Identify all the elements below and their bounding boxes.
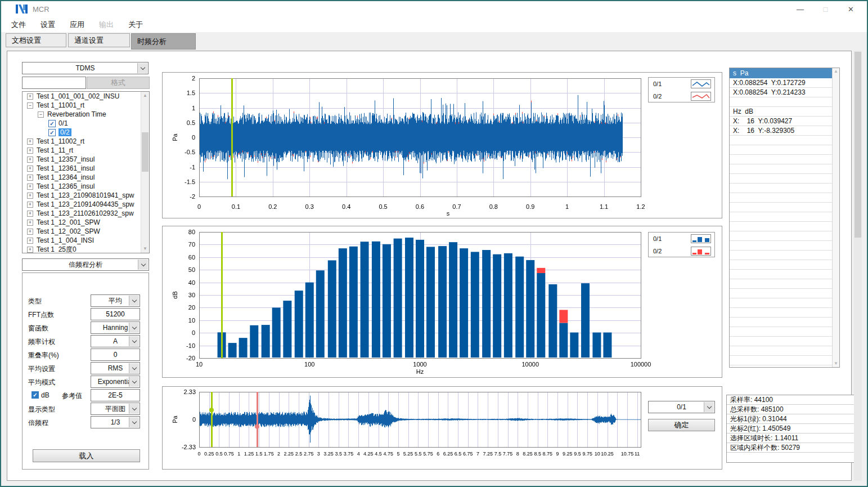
tree-item[interactable]: +Test 1_12365_insul — [23, 182, 149, 191]
chevron-down-icon[interactable] — [129, 363, 139, 373]
tree-item[interactable]: +Test 1_001_001_002_INSU — [23, 92, 149, 101]
tree-item[interactable]: −Reverberation Time — [23, 110, 149, 119]
tree-item-label: Test 1_12365_insul — [37, 182, 95, 190]
readout-empty-row — [730, 241, 833, 251]
tree-item[interactable]: +Test 1_12_002_SPW — [23, 227, 149, 236]
tree-item[interactable]: +Test 1_123_210914094435_spw — [23, 200, 149, 209]
db-checkbox[interactable]: ✓ — [32, 391, 39, 399]
analysis-type-select[interactable]: 倍频程分析 — [22, 258, 149, 271]
collapse-icon[interactable]: − — [38, 111, 44, 118]
chevron-down-icon[interactable] — [129, 296, 139, 306]
channel-checkbox[interactable]: ✓ — [48, 120, 56, 127]
average-setting-select[interactable]: RMS — [91, 362, 140, 374]
readout-empty-row — [730, 222, 833, 231]
readout-empty-row — [730, 164, 833, 174]
expand-icon[interactable]: + — [27, 238, 33, 244]
tree-item[interactable]: +Test 1_1_004_INSI — [23, 236, 149, 245]
load-button[interactable]: 载入 — [33, 449, 140, 462]
readout-scrollbar[interactable]: ▲ ▼ — [832, 68, 839, 367]
octave-fraction-select[interactable]: 1/3 — [91, 416, 140, 428]
overlap-percent-input[interactable]: 0 — [91, 349, 140, 361]
scroll-up-icon[interactable]: ▲ — [833, 68, 839, 75]
chevron-down-icon[interactable] — [704, 402, 714, 412]
type-label: 类型 — [28, 297, 42, 306]
display-type-select[interactable]: 平面图 — [91, 403, 140, 415]
tree-item[interactable]: ✓0/1 — [23, 119, 149, 128]
average-mode-select[interactable]: Exponential — [91, 376, 140, 388]
tree-item[interactable]: +Test 1_123_210908101941_spw — [23, 191, 149, 200]
tree-item[interactable]: +Test 1_12357_insul — [23, 155, 149, 164]
maximize-button[interactable]: □ — [813, 1, 838, 17]
tree-item[interactable]: +Test 1_12361_insul — [23, 164, 149, 173]
file-format-select[interactable]: TDMS — [22, 62, 149, 74]
overlap-percent-value: 0 — [114, 351, 118, 359]
expand-icon[interactable]: + — [27, 138, 33, 145]
collapse-icon[interactable]: − — [27, 102, 33, 109]
tree-scroll-thumb[interactable] — [142, 132, 149, 172]
menu-item-输出[interactable]: 输出 — [93, 18, 119, 32]
menu-item-应用[interactable]: 应用 — [64, 18, 90, 32]
time-waveform-chart[interactable] — [163, 73, 723, 219]
tree-item[interactable]: +Test 1_11002_rt — [23, 137, 149, 146]
expand-icon[interactable]: + — [27, 184, 33, 190]
scroll-up-icon[interactable]: ▲ — [141, 92, 149, 100]
legend-row: 0/1 — [649, 233, 714, 245]
frequency-weighting-select[interactable]: A — [91, 335, 140, 347]
expand-icon[interactable]: + — [27, 211, 33, 217]
octave-spectrum-chart[interactable] — [163, 226, 723, 378]
expand-icon[interactable]: + — [27, 166, 33, 172]
readout-empty-row — [730, 251, 833, 260]
expand-icon[interactable]: + — [27, 229, 33, 235]
reference-value-input[interactable]: 2E-5 — [91, 389, 140, 401]
tree-item-label: Test 1_001_001_002_INSU — [37, 92, 119, 100]
tree-scrollbar[interactable]: ▲ ▼ — [141, 92, 149, 253]
expand-icon[interactable]: + — [27, 148, 33, 154]
minimize-button[interactable]: — — [788, 1, 813, 17]
chevron-down-icon[interactable] — [129, 404, 139, 414]
chevron-down-icon[interactable] — [129, 336, 139, 346]
chevron-down-icon[interactable] — [129, 377, 139, 387]
close-button[interactable]: ✕ — [838, 1, 863, 17]
tree-item[interactable]: +Test 1_11_rt — [23, 146, 149, 155]
expand-icon[interactable]: + — [27, 157, 33, 163]
confirm-button[interactable]: 确定 — [648, 419, 715, 431]
tree-item-label: Test 1_12_001_SPW — [37, 218, 100, 226]
tree-item[interactable]: +Test 1_123_211026102932_spw — [23, 209, 149, 218]
overview-waveform-chart[interactable] — [163, 387, 723, 470]
expand-icon[interactable]: + — [27, 175, 33, 181]
tree-item[interactable]: +Test 1_12364_insul — [23, 173, 149, 182]
format-button[interactable]: 格式 — [87, 77, 150, 89]
expand-icon[interactable]: + — [27, 202, 33, 208]
info-label: 光标1(绿): — [730, 415, 762, 423]
tree-item[interactable]: −Test 1_11001_rt — [23, 101, 149, 110]
tree-item[interactable]: ✓0/2 — [23, 128, 149, 137]
chevron-down-icon[interactable] — [137, 63, 147, 73]
tab-文档设置[interactable]: 文档设置 — [6, 33, 66, 47]
main-scroll-thumb[interactable] — [854, 52, 861, 238]
main-scrollbar[interactable] — [854, 51, 862, 481]
scroll-down-icon[interactable]: ▼ — [141, 245, 149, 253]
expand-icon[interactable]: + — [27, 247, 33, 253]
tab-时频分析[interactable]: 时频分析 — [131, 33, 196, 50]
menu-item-关于[interactable]: 关于 — [123, 18, 149, 32]
chevron-down-icon[interactable] — [129, 323, 139, 333]
filter-input[interactable] — [22, 77, 86, 89]
tree-item[interactable]: +Test 1_25度0 — [23, 245, 149, 253]
expand-icon[interactable]: + — [27, 93, 33, 100]
expand-icon[interactable]: + — [27, 220, 33, 226]
info-row: 总采样数: 485100 — [727, 405, 857, 414]
window-function-select[interactable]: Hanning — [91, 321, 140, 334]
tab-通道设置[interactable]: 通道设置 — [68, 33, 130, 47]
menu-item-文件[interactable]: 文件 — [6, 18, 32, 32]
chevron-down-icon[interactable] — [129, 417, 139, 427]
type-select[interactable]: 平均 — [91, 294, 140, 307]
chevron-down-icon[interactable] — [138, 260, 148, 270]
tree-item[interactable]: +Test 1_12_001_SPW — [23, 218, 149, 227]
channel-checkbox[interactable]: ✓ — [48, 129, 56, 136]
readout-empty-row — [730, 346, 833, 356]
fft-points-input[interactable]: 51200 — [91, 308, 140, 320]
scroll-down-icon[interactable]: ▼ — [833, 360, 839, 367]
menu-item-设置[interactable]: 设置 — [35, 18, 61, 32]
expand-icon[interactable]: + — [27, 193, 33, 199]
channel-select[interactable]: 0/1 — [648, 401, 715, 413]
